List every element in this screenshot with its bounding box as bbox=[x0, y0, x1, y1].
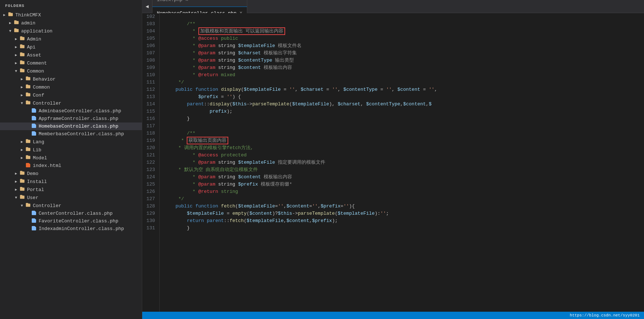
tree-item-FavoriteController[interactable]: FavoriteController.class.php bbox=[0, 217, 142, 225]
file-icon-FavoriteController bbox=[31, 218, 37, 224]
folder-icon-application bbox=[13, 28, 20, 34]
tree-item-Portal[interactable]: ▶Portal bbox=[0, 186, 142, 194]
line-num-114: 114 bbox=[142, 101, 156, 108]
code-line-111: */ bbox=[164, 79, 644, 86]
folder-icon-thinkcmfx bbox=[7, 12, 14, 18]
tree-item-Demo[interactable]: ▶Demo bbox=[0, 170, 142, 178]
line-num-117: 117 bbox=[142, 122, 156, 130]
line-num-129: 129 bbox=[142, 210, 156, 217]
code-line-128: public function fetch($templateFile='',$… bbox=[164, 203, 644, 210]
file-icon-CenterController bbox=[31, 210, 37, 217]
tree-item-Common[interactable]: ▼Common bbox=[0, 67, 142, 75]
code-line-119: * 获取输出页面内容 bbox=[164, 137, 644, 144]
tree-item-CenterController[interactable]: CenterController.class.php bbox=[0, 210, 142, 217]
folder-icon-Install bbox=[19, 178, 26, 185]
tree-label-UserController: Controller bbox=[33, 203, 61, 209]
folder-icon-admin bbox=[13, 20, 20, 26]
code-line-103: /** bbox=[164, 20, 644, 28]
tree-item-MemberbaseController[interactable]: MemberbaseController.class.php bbox=[0, 130, 142, 138]
tree-item-admin[interactable]: ▶admin bbox=[0, 19, 142, 27]
line-num-109: 109 bbox=[142, 64, 156, 71]
folder-icon-User bbox=[19, 194, 26, 201]
code-line-108: * @param string $contentType 输出类型 bbox=[164, 57, 644, 64]
tree-item-User[interactable]: ▼User bbox=[0, 194, 142, 202]
line-num-116: 116 bbox=[142, 115, 156, 122]
code-area[interactable]: 1021031041051061071081091101111121131141… bbox=[142, 13, 644, 312]
tree-item-Install[interactable]: ▶Install bbox=[0, 178, 142, 186]
tree-item-Lib[interactable]: ▶Lib bbox=[0, 146, 142, 154]
arrow-Admin: ▶ bbox=[13, 37, 19, 41]
tree-item-HomebaseController[interactable]: HomebaseController.class.php bbox=[0, 122, 142, 130]
code-line-106: * @param string $templateFile 模板文件名 bbox=[164, 42, 644, 50]
folder-icon-Demo bbox=[19, 170, 26, 177]
code-line-124: * @param string $content 模板输出内容 bbox=[164, 174, 644, 181]
code-line-102 bbox=[164, 13, 644, 20]
tree-item-Lang[interactable]: ▶Lang bbox=[0, 138, 142, 146]
line-num-131: 131 bbox=[142, 225, 156, 232]
code-line-109: * @param string $content 模板输出内容 bbox=[164, 64, 644, 71]
folder-icon-UserController bbox=[25, 202, 31, 209]
tree-item-AdminbaseController[interactable]: AdminbaseController.class.php bbox=[0, 107, 142, 115]
tree-label-CenterController: CenterController.class.php bbox=[39, 211, 113, 216]
tree-item-Api[interactable]: ▶Api bbox=[0, 43, 142, 51]
tree-item-Controller[interactable]: ▼Controller bbox=[0, 99, 142, 107]
tree-label-HomebaseController: HomebaseController.class.php bbox=[39, 124, 118, 129]
tree-item-Common2[interactable]: ▶Common bbox=[0, 83, 142, 91]
line-num-130: 130 bbox=[142, 217, 156, 225]
code-line-115: prefix); bbox=[164, 108, 644, 115]
tree-item-IndexadminController[interactable]: IndexadminController.class.php bbox=[0, 225, 142, 233]
tree-item-Model[interactable]: ▶Model bbox=[0, 154, 142, 162]
tree-item-Comment[interactable]: ▶Comment bbox=[0, 59, 142, 67]
tree-label-Model: Model bbox=[33, 155, 47, 161]
line-num-103: 103 bbox=[142, 20, 156, 28]
code-line-130: return parent::fetch($templateFile,$cont… bbox=[164, 217, 644, 225]
line-num-118: 118 bbox=[142, 130, 156, 137]
status-bar: https://blog.csdn.net/syy0201 bbox=[142, 312, 644, 319]
folder-icon-Behavior bbox=[25, 76, 31, 82]
code-line-110: * @return mixed bbox=[164, 71, 644, 79]
line-num-121: 121 bbox=[142, 152, 156, 159]
code-line-118: /** bbox=[164, 130, 644, 137]
folder-icon-Comment bbox=[19, 60, 26, 66]
status-url: https://blog.csdn.net/syy0201 bbox=[570, 313, 640, 318]
tree-label-AppframeController: AppframeController.class.php bbox=[39, 116, 118, 121]
arrow-Comment: ▶ bbox=[13, 61, 19, 65]
tree-item-index_html[interactable]: index.html bbox=[0, 162, 142, 170]
tab-close-index_php[interactable]: × bbox=[185, 0, 188, 3]
line-num-112: 112 bbox=[142, 86, 156, 93]
line-num-123: 123 bbox=[142, 166, 156, 174]
code-line-120: * 调用内置的模板引擎fetch方法, bbox=[164, 144, 644, 152]
tab-index_php[interactable]: index.php× bbox=[152, 0, 247, 7]
tree-item-Behavior[interactable]: ▶Behavior bbox=[0, 75, 142, 83]
tree-item-thinkcmfx[interactable]: ▶ThinkCMFX bbox=[0, 11, 142, 19]
tree-label-IndexadminController: IndexadminController.class.php bbox=[39, 226, 124, 232]
arrow-Conf: ▶ bbox=[19, 93, 25, 97]
tree-label-AdminbaseController: AdminbaseController.class.php bbox=[39, 108, 121, 114]
arrow-Portal: ▶ bbox=[13, 187, 19, 192]
folder-icon-Common bbox=[19, 68, 26, 74]
tree-item-UserController[interactable]: ▼Controller bbox=[0, 202, 142, 210]
html-icon-index_html bbox=[25, 163, 31, 169]
tab-nav-left[interactable]: ◀ bbox=[142, 0, 152, 13]
folder-icon-Admin bbox=[19, 36, 26, 42]
folder-icon-Common2 bbox=[25, 84, 31, 90]
tree-label-MemberbaseController: MemberbaseController.class.php bbox=[39, 131, 124, 137]
line-num-122: 122 bbox=[142, 159, 156, 166]
code-line-131: } bbox=[164, 225, 644, 232]
tree-label-Controller: Controller bbox=[33, 101, 61, 106]
code-line-112: public function display($templateFile = … bbox=[164, 86, 644, 93]
tree-item-Conf[interactable]: ▶Conf bbox=[0, 91, 142, 99]
tree-label-Demo: Demo bbox=[27, 171, 38, 176]
line-num-102: 102 bbox=[142, 13, 156, 20]
tree-item-AppframeController[interactable]: AppframeController.class.php bbox=[0, 115, 142, 122]
tree-item-Admin[interactable]: ▶Admin bbox=[0, 35, 142, 43]
line-num-124: 124 bbox=[142, 174, 156, 181]
line-num-104: 104 bbox=[142, 28, 156, 35]
file-icon-AppframeController bbox=[31, 116, 37, 122]
arrow-UserController: ▼ bbox=[19, 204, 25, 208]
tree-item-Asset[interactable]: ▶Asset bbox=[0, 51, 142, 59]
tab-label-index_php: index.php bbox=[157, 0, 182, 3]
tree-label-application: application bbox=[21, 28, 53, 34]
code-line-114: parent::display($this->parseTemplate($te… bbox=[164, 101, 644, 108]
tree-item-application[interactable]: ▼application bbox=[0, 27, 142, 35]
